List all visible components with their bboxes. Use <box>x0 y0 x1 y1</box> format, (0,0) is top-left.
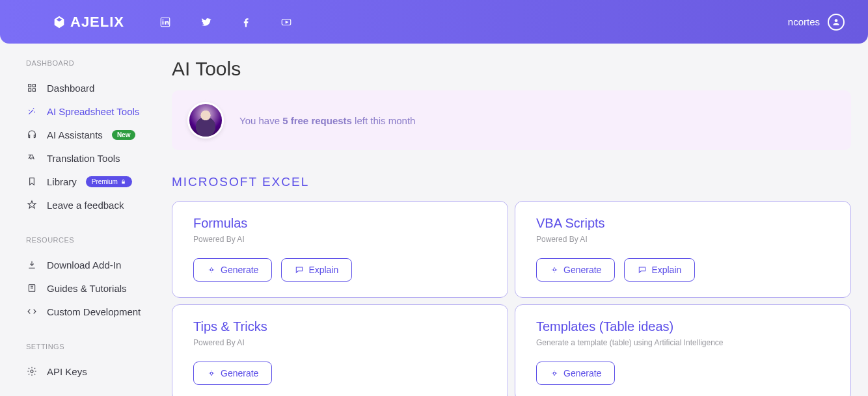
new-badge: New <box>112 130 136 140</box>
sidebar-item-label: Download Add-In <box>47 259 121 271</box>
svg-rect-8 <box>33 88 35 91</box>
app-header: AJELIX ncortes <box>0 0 868 44</box>
header-left: AJELIX <box>52 14 292 31</box>
generate-button[interactable]: Generate <box>193 362 272 385</box>
download-icon <box>26 259 38 271</box>
generate-button[interactable]: Generate <box>536 362 615 385</box>
sidebar-item-label: AI Spreadsheet Tools <box>47 106 139 117</box>
card-title: VBA Scripts <box>536 216 830 231</box>
wand-icon <box>26 105 38 117</box>
card-formulas: Formulas Powered By AI Generate Explain <box>172 201 508 298</box>
sidebar-item-translation[interactable]: Translation Tools <box>26 146 172 170</box>
svg-rect-1 <box>163 21 164 24</box>
explain-button[interactable]: Explain <box>624 258 695 282</box>
generate-button[interactable]: Generate <box>193 258 272 282</box>
sidebar-item-download[interactable]: Download Add-In <box>26 253 172 276</box>
premium-badge: Premium <box>86 176 132 187</box>
generate-button[interactable]: Generate <box>536 258 615 282</box>
section-title-excel: MICROSOFT EXCEL <box>172 175 851 189</box>
card-title: Formulas <box>193 216 487 231</box>
avatar-icon <box>828 14 845 31</box>
sidebar: DASHBOARD Dashboard AI Spreadsheet Tools… <box>0 44 172 396</box>
sidebar-section-label: DASHBOARD <box>26 59 172 67</box>
svg-rect-5 <box>29 85 31 87</box>
twitter-icon[interactable] <box>200 16 211 28</box>
sidebar-item-label: Dashboard <box>47 83 94 94</box>
free-requests-banner: You have 5 free requests left this month <box>172 90 851 150</box>
card-subtitle: Powered By AI <box>193 338 487 347</box>
sidebar-item-label: Leave a feedback <box>47 200 124 211</box>
sidebar-item-api-keys[interactable]: API Keys <box>26 360 172 383</box>
card-subtitle: Powered By AI <box>193 235 487 244</box>
sidebar-item-ai-assistants[interactable]: AI Assistants New <box>26 123 172 146</box>
assistant-avatar <box>187 102 224 139</box>
svg-rect-7 <box>29 88 31 91</box>
svg-rect-6 <box>33 85 35 87</box>
svg-point-10 <box>31 370 33 373</box>
youtube-icon[interactable] <box>280 16 292 28</box>
svg-point-2 <box>162 19 163 20</box>
sidebar-item-library[interactable]: Library Premium <box>26 170 172 193</box>
page-title: AI Tools <box>172 58 851 80</box>
banner-text: You have 5 free requests left this month <box>239 115 415 126</box>
sidebar-item-label: Library <box>47 176 77 187</box>
lock-icon <box>120 179 126 185</box>
user-menu[interactable]: ncortes <box>788 14 845 31</box>
sidebar-item-label: Custom Development <box>47 306 141 317</box>
main-content: AI Tools You have 5 free requests left t… <box>172 44 868 396</box>
code-icon <box>26 306 38 317</box>
social-links <box>159 16 292 28</box>
sparkle-icon <box>550 369 559 378</box>
sparkle-icon <box>550 265 559 274</box>
sparkle-icon <box>207 265 216 274</box>
chat-icon <box>295 265 304 274</box>
svg-point-13 <box>210 372 213 375</box>
svg-point-4 <box>835 19 838 22</box>
grid-icon <box>26 82 38 94</box>
facebook-icon[interactable] <box>240 16 252 28</box>
card-subtitle: Generate a template (table) using Artifi… <box>536 338 830 347</box>
username: ncortes <box>788 16 820 27</box>
sidebar-section-label: RESOURCES <box>26 236 172 244</box>
card-subtitle: Powered By AI <box>536 235 830 244</box>
sidebar-item-label: AI Assistants <box>47 129 103 140</box>
card-grid: Formulas Powered By AI Generate Explain … <box>172 201 851 396</box>
logo-text: AJELIX <box>70 14 124 31</box>
card-templates: Templates (Table ideas) Generate a templ… <box>515 304 851 396</box>
sidebar-item-label: Translation Tools <box>47 153 120 164</box>
book-icon <box>26 282 38 294</box>
logo-icon <box>52 15 66 29</box>
linkedin-icon[interactable] <box>159 16 171 28</box>
sidebar-section-label: SETTINGS <box>26 343 172 350</box>
star-icon <box>26 199 38 211</box>
sidebar-item-ai-spreadsheet[interactable]: AI Spreadsheet Tools <box>26 99 172 123</box>
svg-point-14 <box>553 372 556 375</box>
sidebar-item-label: Guides & Tutorials <box>47 283 127 294</box>
translate-icon <box>26 152 38 164</box>
card-vba: VBA Scripts Powered By AI Generate Expla… <box>515 201 851 298</box>
chat-icon <box>638 265 647 274</box>
sidebar-item-guides[interactable]: Guides & Tutorials <box>26 276 172 300</box>
explain-button[interactable]: Explain <box>281 258 352 282</box>
headset-icon <box>26 129 38 140</box>
card-title: Templates (Table ideas) <box>536 319 830 334</box>
sidebar-item-label: API Keys <box>47 366 87 377</box>
sidebar-item-custom-dev[interactable]: Custom Development <box>26 300 172 323</box>
sidebar-item-feedback[interactable]: Leave a feedback <box>26 193 172 217</box>
svg-point-12 <box>553 269 556 271</box>
bookmark-icon <box>26 176 38 187</box>
gear-icon <box>26 365 38 377</box>
card-title: Tips & Tricks <box>193 319 487 334</box>
logo[interactable]: AJELIX <box>52 14 124 31</box>
svg-point-11 <box>210 269 213 271</box>
sparkle-icon <box>207 369 216 378</box>
card-tips: Tips & Tricks Powered By AI Generate <box>172 304 508 396</box>
sidebar-item-dashboard[interactable]: Dashboard <box>26 76 172 99</box>
